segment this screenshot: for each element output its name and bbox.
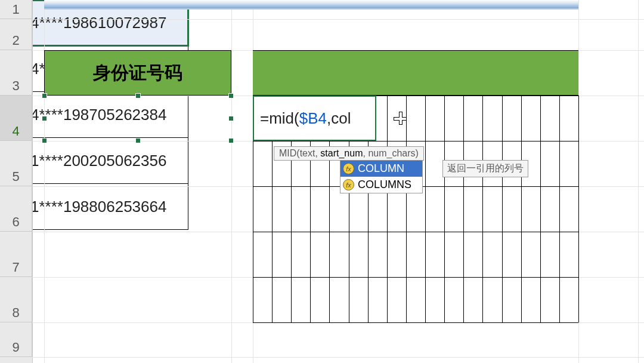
tooltip-text: MID( — [279, 148, 300, 158]
row-header-8[interactable]: 8 — [0, 277, 32, 322]
row-header-7[interactable]: 7 — [0, 232, 32, 277]
formula-segment: col — [331, 109, 351, 128]
id-value: 34****198610072987 — [22, 14, 167, 32]
formula-segment: , — [327, 109, 331, 128]
grid-row-border — [253, 277, 578, 278]
id-value: 31****198806253664 — [22, 198, 167, 216]
selection-handle[interactable] — [42, 116, 47, 121]
row-header-6[interactable]: 6 — [0, 186, 32, 232]
column-header-id-number[interactable]: 身份证号码 — [44, 50, 231, 96]
tooltip-text: start_num — [320, 148, 363, 158]
selection-handle[interactable] — [135, 138, 141, 143]
function-autocomplete-description: 返回一引用的列号 — [442, 160, 528, 177]
grid-col-border — [540, 96, 541, 322]
grid-col-border — [559, 96, 560, 322]
formula-cell-editing[interactable]: =mid($B4,col — [253, 96, 376, 141]
grid-col-border — [578, 96, 579, 322]
column-header-right[interactable] — [253, 50, 578, 96]
spreadsheet-viewport: 123456789 身份证号码 34****19861007298734****… — [0, 0, 644, 363]
selection-handle[interactable] — [228, 116, 234, 121]
row-header-1[interactable]: 1 — [0, 0, 32, 19]
formula-segment: $B4 — [299, 109, 327, 128]
gridline — [32, 19, 644, 20]
autocomplete-label: COLUMNS — [358, 179, 411, 191]
grid-col-border — [463, 96, 464, 322]
autocomplete-item-column[interactable]: fxCOLUMN — [340, 161, 422, 177]
gridline — [638, 0, 639, 363]
autocomplete-label: COLUMN — [358, 162, 404, 175]
selection-handle[interactable] — [228, 138, 234, 143]
selection-handle[interactable] — [42, 138, 47, 143]
formula-segment: mid( — [269, 109, 299, 128]
selection-handle[interactable] — [42, 93, 47, 99]
gridline — [32, 357, 644, 358]
grid-col-border — [482, 96, 483, 322]
gridline — [231, 0, 232, 363]
selection-handle[interactable] — [228, 93, 234, 99]
autocomplete-item-columns[interactable]: fxCOLUMNS — [340, 177, 422, 193]
row-header-4[interactable]: 4 — [0, 96, 32, 141]
tooltip-text: text — [300, 148, 315, 158]
fx-icon: fx — [343, 163, 354, 174]
row-header-5[interactable]: 5 — [0, 141, 32, 186]
fx-icon: fx — [343, 179, 354, 190]
id-value: 31****200205062356 — [22, 152, 167, 170]
header-banner — [44, 0, 578, 10]
grid-col-border — [521, 96, 522, 322]
grid-row-border — [253, 141, 578, 141]
column-header-label: 身份证号码 — [93, 61, 182, 85]
row-header-2[interactable]: 2 — [0, 19, 32, 50]
grid-col-border — [425, 96, 426, 322]
function-signature-tooltip: MID(text, start_num, num_chars) — [274, 146, 424, 161]
grid-col-border — [406, 96, 407, 322]
tooltip-text: , — [315, 148, 320, 158]
formula-segment: = — [260, 109, 269, 128]
grid-col-border — [444, 96, 445, 322]
grid-col-border — [387, 96, 388, 322]
row-header-9[interactable]: 9 — [0, 322, 32, 357]
tooltip-text: , num_chars) — [363, 148, 418, 158]
selection-handle[interactable] — [135, 93, 141, 99]
grid-col-border — [502, 96, 503, 322]
grid-row-border — [253, 232, 578, 232]
function-autocomplete-popup[interactable]: fxCOLUMNfxCOLUMNS — [340, 160, 423, 193]
grid-row-border — [253, 322, 578, 323]
row-header-3[interactable]: 3 — [0, 50, 32, 96]
